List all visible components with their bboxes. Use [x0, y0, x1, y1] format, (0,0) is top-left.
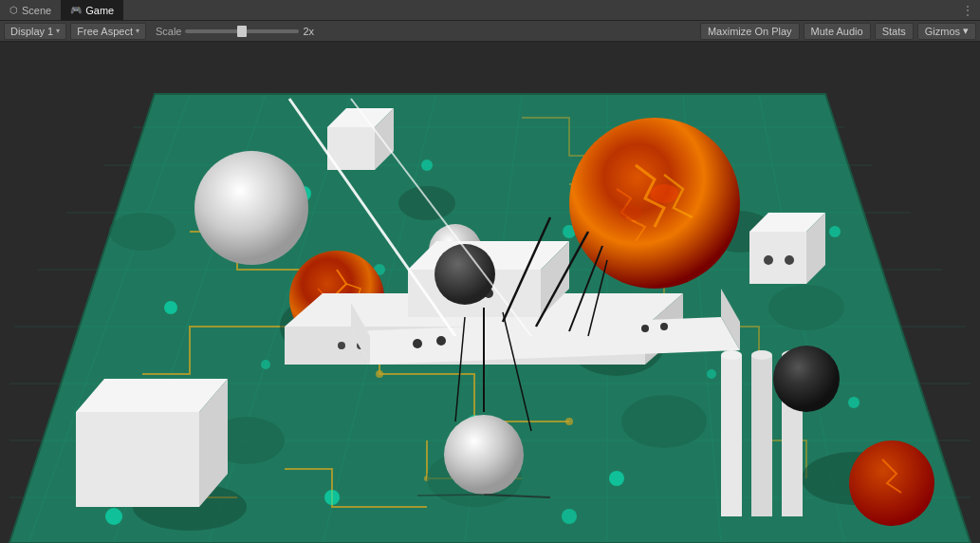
- svg-point-96: [721, 350, 742, 360]
- svg-point-27: [164, 301, 177, 314]
- svg-point-91: [444, 415, 524, 495]
- svg-line-113: [417, 495, 484, 496]
- game-toolbar: Display 1 ▾ Free Aspect ▾ Scale 2x Maxim…: [0, 21, 980, 42]
- svg-point-33: [324, 490, 340, 505]
- svg-point-40: [562, 509, 577, 524]
- aspect-label: Free Aspect: [77, 26, 133, 37]
- scale-container: Scale 2x: [156, 26, 314, 37]
- svg-marker-86: [749, 232, 806, 284]
- display-label: Display 1: [10, 26, 53, 37]
- svg-point-47: [621, 395, 707, 448]
- game-icon: 🎮: [70, 5, 82, 15]
- scale-thumb: [237, 26, 247, 37]
- svg-point-89: [764, 255, 773, 265]
- mute-audio-button[interactable]: Mute Audio: [804, 23, 871, 40]
- svg-rect-93: [721, 355, 742, 516]
- aspect-arrow: ▾: [136, 27, 139, 35]
- svg-point-48: [109, 213, 176, 251]
- svg-point-44: [261, 360, 270, 369]
- svg-point-99: [773, 346, 840, 412]
- game-viewport: [0, 42, 980, 543]
- mute-label: Mute Audio: [811, 26, 863, 37]
- svg-point-90: [785, 255, 794, 265]
- tab-scene[interactable]: ⬡ Scene: [0, 0, 61, 21]
- cube-small-top: [327, 108, 394, 170]
- tab-game-label: Game: [85, 5, 114, 16]
- cube-large-left: [76, 379, 228, 507]
- svg-rect-94: [751, 355, 772, 516]
- aspect-selector[interactable]: Free Aspect ▾: [70, 23, 146, 40]
- scene-icon: ⬡: [9, 5, 18, 15]
- display-selector[interactable]: Display 1 ▾: [4, 23, 66, 40]
- stats-label: Stats: [882, 26, 906, 37]
- gizmos-label: Gizmos: [925, 26, 960, 37]
- scale-label: Scale: [156, 26, 182, 37]
- svg-point-31: [829, 226, 841, 237]
- svg-point-20: [376, 370, 383, 378]
- svg-point-63: [650, 184, 678, 203]
- svg-marker-57: [76, 412, 199, 507]
- sphere-white-bottom: [444, 415, 524, 495]
- sphere-dark-platform: [435, 244, 495, 305]
- scale-value: 2x: [303, 26, 314, 37]
- sphere-black-left: [773, 346, 840, 412]
- svg-point-64: [619, 205, 642, 220]
- svg-point-38: [707, 369, 716, 379]
- display-arrow: ▾: [56, 27, 60, 35]
- svg-point-39: [105, 508, 122, 525]
- tab-bar: ⬡ Scene 🎮 Game ⋮: [0, 0, 980, 21]
- svg-point-60: [194, 151, 308, 265]
- gizmos-button[interactable]: Gizmos ▾: [917, 23, 976, 40]
- tab-game[interactable]: 🎮 Game: [61, 0, 123, 21]
- svg-point-82: [413, 339, 422, 348]
- svg-point-83: [436, 336, 446, 346]
- svg-point-85: [660, 323, 668, 330]
- svg-point-28: [421, 159, 433, 171]
- sphere-white-left: [194, 151, 308, 265]
- scene-svg: [0, 42, 980, 543]
- svg-point-49: [768, 285, 844, 330]
- stats-button[interactable]: Stats: [875, 23, 914, 40]
- svg-point-37: [848, 397, 860, 408]
- tab-scene-label: Scene: [22, 5, 51, 16]
- scale-slider[interactable]: [185, 29, 299, 33]
- svg-point-97: [751, 350, 772, 360]
- svg-point-21: [565, 418, 573, 425]
- svg-point-35: [609, 471, 624, 486]
- maximize-on-play-button[interactable]: Maximize On Play: [700, 23, 800, 40]
- svg-point-78: [435, 244, 495, 305]
- sphere-lava-bottom-right: [849, 440, 934, 526]
- maximize-label: Maximize On Play: [708, 26, 792, 37]
- tab-more-button[interactable]: ⋮: [955, 3, 980, 18]
- gizmos-arrow: ▾: [963, 25, 969, 37]
- svg-point-92: [849, 440, 934, 526]
- svg-point-51: [398, 186, 455, 220]
- svg-point-84: [641, 325, 649, 332]
- cube-small-right: [749, 213, 825, 284]
- svg-point-69: [338, 342, 345, 349]
